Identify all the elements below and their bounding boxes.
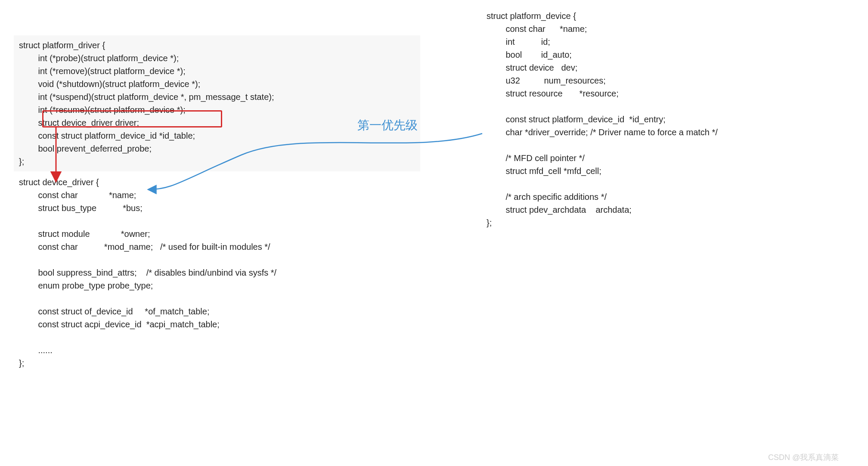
code-block-platform-driver: struct platform_driver { int (*probe)(st… bbox=[14, 35, 420, 171]
annotation-priority-label: 第一优先级 bbox=[357, 117, 418, 134]
watermark-text: CSDN @我系真滴菜 bbox=[768, 452, 839, 463]
code-block-platform-device: struct platform_device { const char *nam… bbox=[481, 6, 866, 233]
code-block-device-driver: struct device_driver { const char *name;… bbox=[14, 172, 420, 373]
highlight-box-driver-member bbox=[42, 110, 222, 127]
diagram-canvas: struct platform_driver { int (*probe)(st… bbox=[0, 0, 868, 466]
